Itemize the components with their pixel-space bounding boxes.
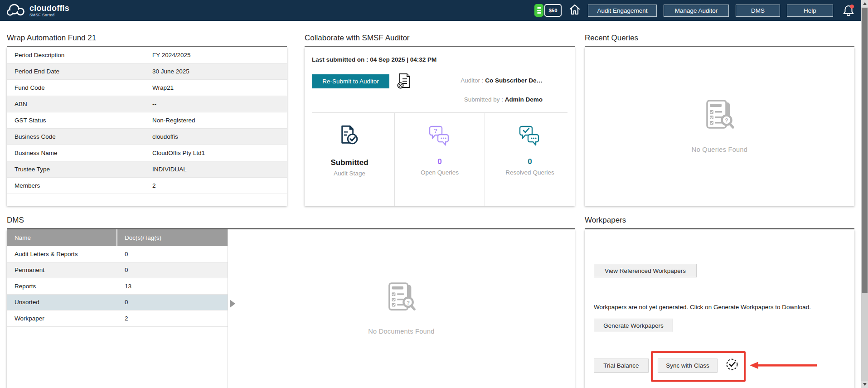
nav-dms-button[interactable]: DMS [736, 5, 780, 17]
brand-tagline: SMSF Sorted [29, 13, 69, 17]
nav-manage-auditor-button[interactable]: Manage Auditor [664, 5, 729, 17]
nav-audit-engagement-button[interactable]: Audit Engagement [588, 5, 657, 17]
app-header: cloudoffis SMSF Sorted $50 Audit Engagem… [0, 0, 868, 21]
open-queries-chat-icon: ? [428, 125, 451, 148]
fund-row: Business Codecloudoffis [7, 129, 287, 145]
dms-panel-title: DMS [7, 212, 575, 229]
scroll-up-button[interactable] [861, 0, 868, 7]
home-icon[interactable] [568, 3, 581, 18]
logo[interactable]: cloudoffis SMSF Sorted [6, 2, 69, 19]
export-document-icon[interactable] [396, 73, 412, 92]
trial-balance-button[interactable]: Trial Balance [594, 359, 649, 373]
notifications-bell-icon[interactable] [842, 4, 855, 17]
scrollbar-thumb[interactable] [862, 8, 868, 293]
resolved-queries-stat: 0 Resolved Queries [485, 113, 575, 206]
fund-row: Fund CodeWrap21 [7, 80, 287, 96]
dms-panel: DMS Name Doc(s)/Tag(s) Audit Letters & R… [7, 212, 575, 388]
dms-folder-table: Name Doc(s)/Tag(s) Audit Letters & Repor… [7, 229, 228, 388]
fund-row: Period DescriptionFY 2024/2025 [7, 47, 287, 63]
fund-row: GST StatusNon-Registered [7, 112, 287, 129]
view-referenced-workpapers-button[interactable]: View Referenced Workpapers [594, 264, 697, 277]
resubmit-to-auditor-button[interactable]: Re-Submit to Auditor [312, 74, 389, 88]
brand-name: cloudoffis [29, 4, 69, 12]
workpapers-note-text: Workpapers are not yet generated. Click … [594, 304, 811, 310]
fund-details-table: Period DescriptionFY 2024/2025 Period En… [7, 47, 287, 206]
sync-status-check-icon[interactable] [725, 358, 739, 373]
submitted-document-check-icon [338, 125, 361, 149]
no-queries-text: No Queries Found [692, 146, 747, 153]
fund-row: Business NameCloudOffis Pty Ltd1 [7, 145, 287, 161]
no-documents-text: No Documents Found [368, 328, 434, 335]
credit-amount: $50 [544, 4, 562, 17]
generate-workpapers-button[interactable]: Generate Workpapers [594, 319, 673, 332]
credit-ticket-badge[interactable]: $50 [534, 4, 562, 17]
workpapers-panel-title: Workpapers [585, 212, 854, 229]
dms-table-header: Name Doc(s)/Tag(s) [7, 229, 228, 246]
dms-row-workpaper[interactable]: Workpaper2 [7, 310, 228, 327]
fund-row: ABN-- [7, 96, 287, 112]
dms-row-permanent[interactable]: Permanent0 [7, 262, 228, 279]
workpapers-panel: Workpapers View Referenced Workpapers Wo… [585, 212, 854, 388]
auditor-row: Auditor : Co Subscriber De… [461, 77, 543, 84]
fund-row: Period End Date30 June 2025 [7, 63, 287, 80]
ticket-icon [534, 4, 543, 17]
no-queries-checklist-search-icon: ? [703, 100, 736, 132]
submitted-by-row: Submitted by : Admin Demo [464, 96, 543, 103]
recent-queries-title: Recent Queries [585, 30, 854, 47]
audit-stage-stat: Submitted Audit Stage [305, 113, 394, 206]
svg-text:?: ? [434, 127, 437, 134]
no-documents-checklist-search-icon: ? [386, 282, 417, 314]
cloud-logo-icon [6, 2, 26, 19]
resolved-queries-chat-icon [519, 125, 541, 148]
dms-row-audit-letters[interactable]: Audit Letters & Reports0 [7, 246, 228, 262]
dms-row-reports[interactable]: Reports13 [7, 278, 228, 295]
collaborate-panel: Collaborate with SMSF Auditor Last submi… [305, 30, 575, 206]
fund-details-panel: Wrap Automation Fund 21 Period Descripti… [7, 30, 287, 206]
open-queries-stat: ? 0 Open Queries [394, 113, 485, 206]
svg-text:?: ? [407, 300, 410, 306]
fund-panel-title: Wrap Automation Fund 21 [7, 30, 287, 47]
recent-queries-panel: Recent Queries ? No Que [585, 30, 854, 206]
dms-row-unsorted[interactable]: Unsorted0 [7, 295, 228, 311]
fund-row: Members2 [7, 178, 287, 194]
scroll-down-button[interactable] [861, 381, 868, 388]
svg-text:?: ? [725, 117, 728, 124]
sync-with-class-button[interactable]: Sync with Class [658, 359, 718, 373]
collaborate-panel-title: Collaborate with SMSF Auditor [305, 30, 575, 47]
last-submitted-text: Last submitted on : 04 Sep 2025 | 04:32 … [312, 56, 436, 63]
fund-row: Trustee TypeINDIVIDUAL [7, 161, 287, 178]
nav-help-button[interactable]: Help [787, 5, 833, 17]
vertical-scrollbar[interactable] [861, 0, 868, 388]
